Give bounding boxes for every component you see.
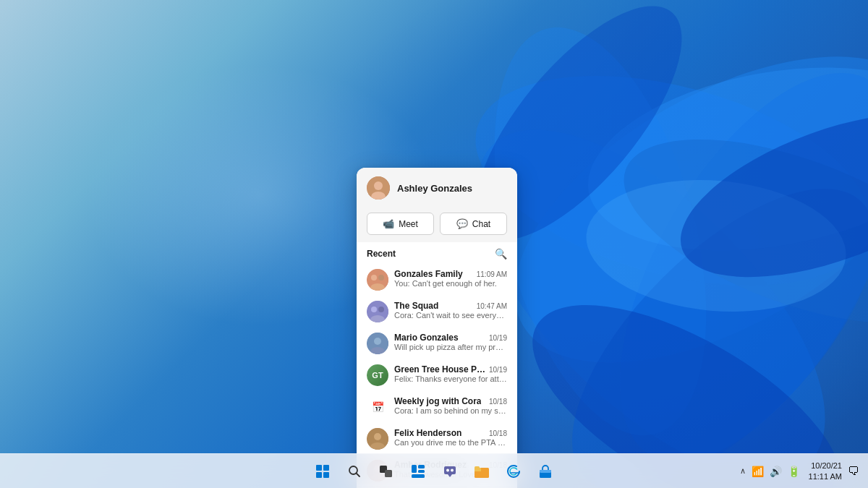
chat-time: 10:47 AM: [477, 302, 507, 310]
recent-label: Recent: [367, 249, 396, 259]
svg-rect-50: [475, 466, 480, 469]
taskbar-center: [308, 457, 560, 486]
notification-icon[interactable]: 🗨: [848, 465, 859, 478]
svg-point-24: [374, 338, 381, 345]
chat-preview: Felix: Thanks everyone for attending tod…: [394, 374, 507, 383]
svg-rect-32: [316, 465, 322, 471]
svg-marker-45: [448, 474, 452, 477]
taskbar-taskview-button[interactable]: [372, 457, 401, 486]
meet-label: Meet: [399, 219, 418, 229]
chat-name: The Squad: [394, 301, 438, 311]
chat-time: 10/18: [489, 429, 507, 437]
chat-preview: Will pick up pizza after my practice.: [394, 343, 507, 351]
list-item[interactable]: GT Green Tree House PTA 10/19 Felix: Tha…: [357, 359, 517, 391]
svg-rect-44: [444, 466, 456, 474]
recent-search-icon[interactable]: 🔍: [495, 248, 507, 260]
chat-preview: Cora: I am so behind on my step goals.: [394, 406, 507, 415]
chat-name: Mario Gonzales: [394, 333, 459, 343]
chat-panel: Ashley Gonzales 📹 Meet 💬 Chat Recent 🔍: [357, 168, 517, 488]
chevron-up-icon[interactable]: ∧: [740, 466, 746, 476]
svg-rect-35: [323, 472, 329, 478]
action-buttons: 📹 Meet 💬 Chat: [357, 207, 517, 242]
wifi-icon[interactable]: 📶: [752, 466, 764, 477]
svg-point-17: [378, 275, 384, 281]
svg-rect-33: [323, 465, 329, 471]
list-item[interactable]: 📅 Weekly jog with Cora 10/18 Cora: I am …: [357, 391, 517, 423]
chat-content: Green Tree House PTA 10/19 Felix: Thanks…: [394, 364, 507, 383]
chat-label: Chat: [472, 219, 490, 229]
datetime-display[interactable]: 10/20/21 11:11 AM: [809, 461, 842, 481]
svg-rect-41: [418, 465, 425, 468]
chat-content: Gonzales Family 11:09 AM You: Can't get …: [394, 269, 507, 288]
svg-rect-40: [412, 465, 417, 473]
battery-icon[interactable]: 🔋: [788, 466, 800, 477]
svg-rect-39: [385, 470, 392, 477]
chat-preview: Can you drive me to the PTA today?: [394, 438, 507, 447]
svg-rect-42: [412, 474, 425, 478]
chat-time: 10/18: [489, 398, 507, 406]
taskbar: ∧ 📶 🔊 🔋 10/20/21 11:11 AM 🗨: [0, 453, 868, 488]
chat-content: Felix Henderson 10/18 Can you drive me t…: [394, 428, 507, 447]
svg-point-47: [451, 468, 454, 471]
avatar: [367, 269, 388, 291]
chat-time: 10/19: [489, 334, 507, 342]
svg-point-13: [374, 181, 383, 190]
svg-point-27: [374, 433, 381, 440]
avatar: GT: [367, 364, 388, 386]
chat-content: Mario Gonzales 10/19 Will pick up pizza …: [394, 333, 507, 351]
svg-point-21: [378, 307, 384, 312]
svg-point-16: [371, 275, 377, 281]
avatar: 📅: [367, 396, 388, 418]
chat-icon: 💬: [456, 218, 468, 229]
avatar: [367, 333, 388, 354]
meet-icon: 📹: [383, 218, 394, 229]
volume-icon[interactable]: 🔊: [770, 466, 782, 477]
svg-point-46: [446, 468, 449, 471]
chat-time: 10/19: [489, 366, 507, 374]
taskbar-search-button[interactable]: [340, 457, 369, 486]
date-display: 10/20/21: [809, 461, 842, 471]
list-item[interactable]: Mario Gonzales 10/19 Will pick up pizza …: [357, 328, 517, 359]
meet-button[interactable]: 📹 Meet: [367, 213, 434, 235]
chat-name: Weekly jog with Cora: [394, 396, 481, 406]
chat-content: Weekly jog with Cora 10/18 Cora: I am so…: [394, 396, 507, 415]
system-tray: ∧ 📶 🔊 🔋: [734, 466, 806, 477]
taskbar-store-button[interactable]: [531, 457, 560, 486]
svg-point-20: [371, 307, 377, 312]
taskbar-right: ∧ 📶 🔊 🔋 10/20/21 11:11 AM 🗨: [734, 461, 862, 481]
chat-preview: Cora: Can't wait to see everyone!: [394, 311, 507, 320]
chat-time: 11:09 AM: [477, 270, 507, 278]
chat-content: The Squad 10:47 AM Cora: Can't wait to s…: [394, 301, 507, 320]
svg-rect-34: [316, 472, 322, 478]
chat-preview: You: Can't get enough of her.: [394, 279, 507, 288]
taskbar-start-button[interactable]: [308, 457, 337, 486]
taskbar-widgets-button[interactable]: [404, 457, 433, 486]
chat-name: Gonzales Family: [394, 269, 463, 279]
chat-name: Felix Henderson: [394, 428, 461, 438]
list-item[interactable]: Felix Henderson 10/18 Can you drive me t…: [357, 423, 517, 455]
chat-name: Green Tree House PTA: [394, 364, 486, 374]
taskbar-chat-button[interactable]: [435, 457, 464, 486]
user-header: Ashley Gonzales: [357, 168, 517, 207]
user-name: Ashley Gonzales: [397, 183, 472, 194]
wallpaper-flower: [253, 0, 868, 488]
taskbar-explorer-button[interactable]: [467, 457, 496, 486]
user-avatar: [367, 176, 390, 200]
chat-button[interactable]: 💬 Chat: [440, 213, 507, 235]
recent-header: Recent 🔍: [357, 242, 517, 264]
list-item[interactable]: The Squad 10:47 AM Cora: Can't wait to s…: [357, 296, 517, 328]
svg-line-37: [357, 473, 360, 476]
svg-rect-52: [540, 470, 551, 473]
avatar: [367, 301, 388, 322]
taskbar-edge-button[interactable]: [499, 457, 528, 486]
time-display: 11:11 AM: [809, 471, 842, 481]
svg-rect-43: [418, 470, 425, 473]
list-item[interactable]: Gonzales Family 11:09 AM You: Can't get …: [357, 264, 517, 296]
avatar: [367, 428, 388, 450]
